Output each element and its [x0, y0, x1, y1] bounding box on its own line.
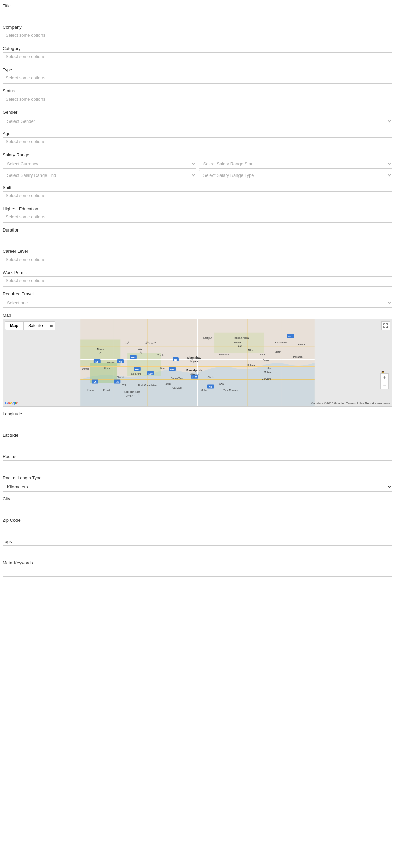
status-field-group: Status Select some options: [3, 88, 392, 105]
latitude-label: Latitude: [3, 433, 392, 438]
svg-text:Panjar: Panjar: [263, 359, 270, 362]
gender-select[interactable]: Select Gender: [3, 116, 392, 126]
svg-text:Hassan Abdal: Hassan Abdal: [233, 336, 249, 340]
work-permit-label: Work Permit: [3, 270, 392, 275]
radius-length-type-label: Radius Length Type: [3, 475, 392, 480]
svg-text:Kahuta: Kahuta: [247, 364, 255, 367]
svg-text:Khanpur: Khanpur: [203, 337, 212, 340]
tags-input[interactable]: [3, 545, 392, 555]
svg-text:Rawat: Rawat: [218, 383, 224, 385]
radius-length-type-field-group: Radius Length Type Kilometers Miles: [3, 475, 392, 492]
required-travel-field-group: Required Travel Select one: [3, 291, 392, 308]
zip-code-input[interactable]: [3, 524, 392, 534]
svg-text:اسلام آباد: اسلام آباد: [189, 359, 199, 363]
svg-text:Tope Mankiala: Tope Mankiala: [223, 389, 238, 392]
radius-length-type-select[interactable]: Kilometers Miles: [3, 482, 392, 492]
work-permit-multiselect[interactable]: Select some options: [3, 276, 392, 287]
radius-input[interactable]: [3, 460, 392, 470]
svg-text:Nun: Nun: [160, 367, 165, 369]
svg-text:لارڈ: لارڈ: [125, 341, 129, 344]
svg-text:Bhatiot: Bhatiot: [117, 376, 124, 378]
zoom-in-button[interactable]: +: [380, 373, 389, 381]
svg-text:Taxila: Taxila: [157, 354, 164, 357]
satellite-view-button[interactable]: Satellite: [23, 321, 48, 330]
required-travel-select[interactable]: Select one: [3, 298, 392, 308]
svg-text:Islamabad: Islamabad: [187, 356, 202, 359]
tags-label: Tags: [3, 539, 392, 544]
company-multiselect[interactable]: Select some options: [3, 31, 392, 41]
shift-label: Shift: [3, 185, 392, 190]
svg-text:N5: N5: [119, 361, 122, 363]
zip-code-label: Zip Code: [3, 518, 392, 523]
svg-text:N125: N125: [192, 376, 197, 378]
svg-text:واہ: واہ: [139, 351, 142, 354]
type-multiselect[interactable]: Select some options: [3, 74, 392, 84]
salary-range-start-select[interactable]: Select Salary Range Start: [199, 159, 393, 169]
type-field-group: Type Select some options: [3, 67, 392, 84]
fullscreen-button[interactable]: [381, 321, 390, 330]
svg-text:N5: N5: [174, 359, 177, 361]
shift-field-group: Shift Select some options: [3, 185, 392, 201]
status-multiselect[interactable]: Select some options: [3, 95, 392, 105]
salary-range-label: Salary Range: [3, 152, 392, 157]
age-label: Age: [3, 131, 392, 136]
svg-text:Burj: Burj: [122, 383, 126, 386]
svg-text:N80: N80: [148, 373, 153, 375]
svg-text:Mouri: Mouri: [275, 350, 281, 353]
map-controls: Map Satellite ⊞: [5, 321, 55, 330]
city-input[interactable]: [3, 503, 392, 513]
duration-label: Duration: [3, 227, 392, 233]
work-permit-field-group: Work Permit Select some options: [3, 270, 392, 287]
age-multiselect[interactable]: Select some options: [3, 137, 392, 147]
svg-text:Sihala: Sihala: [208, 376, 214, 378]
svg-text:Talhaar: Talhaar: [234, 341, 242, 344]
svg-text:Kotera: Kotera: [298, 343, 305, 346]
map-label: Map: [3, 313, 392, 318]
salary-range-end-select[interactable]: Select Salary Range End: [3, 170, 196, 180]
title-input[interactable]: [3, 10, 392, 20]
currency-select[interactable]: Select Currency: [3, 159, 196, 169]
map-attribution: Map data ©2018 Google | Terms of Use Rep…: [311, 402, 391, 405]
duration-input[interactable]: [3, 234, 392, 244]
map-field-group: Map Islamabad اسلام آباد Rawa: [3, 313, 392, 407]
svg-text:کوٹ فتح خان: کوٹ فتح خان: [126, 394, 139, 397]
longitude-input[interactable]: [3, 418, 392, 428]
category-multiselect[interactable]: Select some options: [3, 52, 392, 62]
gender-field-group: Gender Select Gender: [3, 110, 392, 126]
svg-text:Damal: Damal: [82, 368, 89, 370]
svg-text:N80: N80: [170, 368, 175, 371]
map-view-button[interactable]: Map: [5, 321, 23, 330]
svg-text:Kot Fateh Khan: Kot Fateh Khan: [124, 391, 140, 393]
svg-text:حسن ابدال: حسن ابدال: [145, 341, 156, 344]
title-label: Title: [3, 3, 392, 8]
google-logo: Google: [5, 401, 18, 405]
career-level-multiselect[interactable]: Select some options: [3, 255, 392, 265]
svg-text:N72: N72: [288, 335, 293, 338]
meta-keywords-input[interactable]: [3, 567, 392, 577]
zoom-out-button[interactable]: −: [380, 381, 389, 389]
svg-text:Matore: Matore: [264, 371, 272, 373]
company-field-group: Company Select some options: [3, 25, 392, 41]
radius-label: Radius: [3, 454, 392, 459]
age-field-group: Age Select some options: [3, 131, 392, 147]
duration-field-group: Duration: [3, 227, 392, 244]
map-container[interactable]: Islamabad اسلام آباد Rawalpindi راولپنڈی…: [3, 319, 392, 407]
map-zoom-controls: + −: [380, 373, 389, 389]
highest-education-multiselect[interactable]: Select some options: [3, 213, 392, 223]
svg-text:Khunda: Khunda: [103, 389, 111, 391]
category-field-group: Category Select some options: [3, 46, 392, 62]
salary-range-type-select[interactable]: Select Salary Range Type: [199, 170, 393, 180]
svg-text:Nara: Nara: [267, 367, 272, 369]
city-field-group: City: [3, 496, 392, 513]
svg-text:Nilore: Nilore: [248, 349, 254, 351]
highest-education-field-group: Highest Education Select some options: [3, 206, 392, 223]
latitude-input[interactable]: [3, 439, 392, 449]
svg-text:Dhok Chaudhrian: Dhok Chaudhrian: [138, 384, 157, 386]
expand-button[interactable]: ⊞: [48, 321, 55, 330]
svg-text:Kisran: Kisran: [87, 389, 94, 391]
shift-multiselect[interactable]: Select some options: [3, 191, 392, 201]
career-level-label: Career Level: [3, 249, 392, 254]
meta-keywords-label: Meta Keywords: [3, 560, 392, 565]
svg-text:Rawalpindi: Rawalpindi: [186, 369, 202, 372]
svg-text:Wah: Wah: [138, 348, 143, 351]
